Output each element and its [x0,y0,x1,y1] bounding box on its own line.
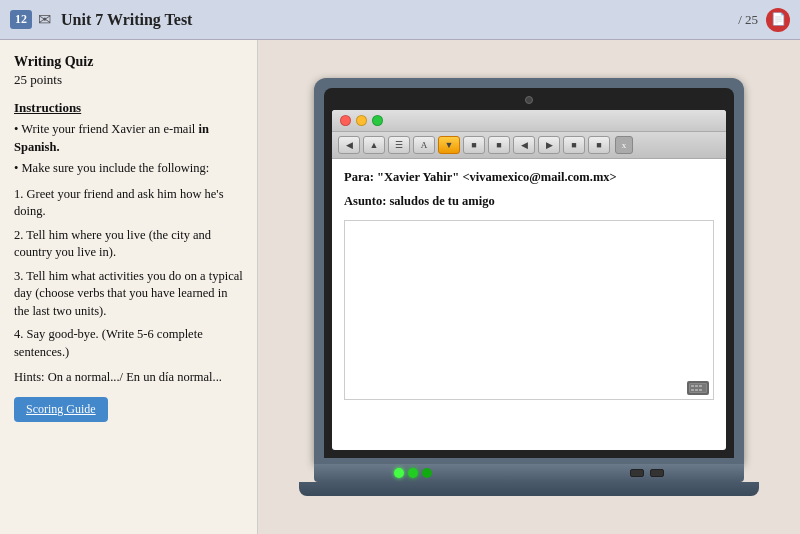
led-green1 [394,468,404,478]
laptop-camera [525,96,533,104]
numbered-list: 1. Greet your friend and ask him how he'… [14,186,243,362]
laptop: ◀ ▲ ☰ A ▼ ■ ■ ◀ ▶ ■ ■ x [299,78,759,496]
laptop-screen: ◀ ▲ ☰ A ▼ ■ ■ ◀ ▶ ■ ■ x [332,110,726,450]
list-item: 3. Tell him what activities you do on a … [14,268,243,321]
led-green2 [408,468,418,478]
to-value: "Xavier Yahir" <vivamexico@mail.com.mx> [377,170,617,184]
toolbar-btn-2[interactable]: ■ [488,136,510,154]
keyboard-inner [689,383,707,393]
doc-icon[interactable]: 📄 [766,8,790,32]
toolbar-btn-4[interactable]: ▶ [538,136,560,154]
toolbar-btn-1[interactable]: ■ [463,136,485,154]
toolbar-btn-3[interactable]: ◀ [513,136,535,154]
subject-label: Asunto: [344,194,386,208]
hints-text: Hints: On a normal.../ En un día normal.… [14,369,243,387]
laptop-indicators [394,468,432,478]
header: 12 ✉ Unit 7 Writing Test / 25 📄 [0,0,800,40]
keyboard-icon [687,381,709,395]
toolbar-btn-up[interactable]: ▲ [363,136,385,154]
toolbar-btn-active[interactable]: ▼ [438,136,460,154]
quiz-title: Writing Quiz [14,54,243,70]
mac-maximize-btn[interactable] [372,115,383,126]
toolbar-btn-6[interactable]: ■ [588,136,610,154]
mac-close-btn[interactable] [340,115,351,126]
to-label: Para: [344,170,374,184]
connector2 [650,469,664,477]
page-number: / 25 [738,12,758,28]
instructions-heading: Instructions [14,100,243,116]
list-item: 2. Tell him where you live (the city and… [14,227,243,262]
toolbar-btn-back[interactable]: ◀ [338,136,360,154]
laptop-base [314,464,744,482]
email-subject: Asunto: saludos de tu amigo [344,193,714,211]
mail-icon: ✉ [38,10,51,29]
quiz-points: 25 points [14,72,243,88]
email-body[interactable] [344,220,714,400]
left-panel: Writing Quiz 25 points Instructions • Wr… [0,40,258,534]
main-content: Writing Quiz 25 points Instructions • Wr… [0,40,800,534]
list-item: 4. Say good-bye. (Write 5-6 complete sen… [14,326,243,361]
led-green3 [422,468,432,478]
mac-minimize-btn[interactable] [356,115,367,126]
connector1 [630,469,644,477]
list-item: 1. Greet your friend and ask him how he'… [14,186,243,221]
mac-titlebar [332,110,726,132]
page-title: Unit 7 Writing Test [61,11,738,29]
instruction-line2: • Make sure you include the following: [14,160,243,178]
email-content: Para: "Xavier Yahir" <vivamexico@mail.co… [332,159,726,419]
subject-value: saludos de tu amigo [390,194,495,208]
mac-toolbar: ◀ ▲ ☰ A ▼ ■ ■ ◀ ▶ ■ ■ x [332,132,726,159]
email-to: Para: "Xavier Yahir" <vivamexico@mail.co… [344,169,714,187]
toolbar-btn-a[interactable]: A [413,136,435,154]
toolbar-btn-5[interactable]: ■ [563,136,585,154]
laptop-bottom [299,482,759,496]
toolbar-btn-close[interactable]: x [615,136,633,154]
instruction-line1: • Write your friend Xavier an e-mail in … [14,121,243,156]
laptop-screen-outer: ◀ ▲ ☰ A ▼ ■ ■ ◀ ▶ ■ ■ x [314,78,744,464]
right-panel: ◀ ▲ ☰ A ▼ ■ ■ ◀ ▶ ■ ■ x [258,40,800,534]
laptop-connectors [630,469,664,477]
scoring-guide-button[interactable]: Scoring Guide [14,397,108,422]
header-badge: 12 [10,10,32,29]
toolbar-btn-menu[interactable]: ☰ [388,136,410,154]
laptop-bezel: ◀ ▲ ☰ A ▼ ■ ■ ◀ ▶ ■ ■ x [324,88,734,458]
